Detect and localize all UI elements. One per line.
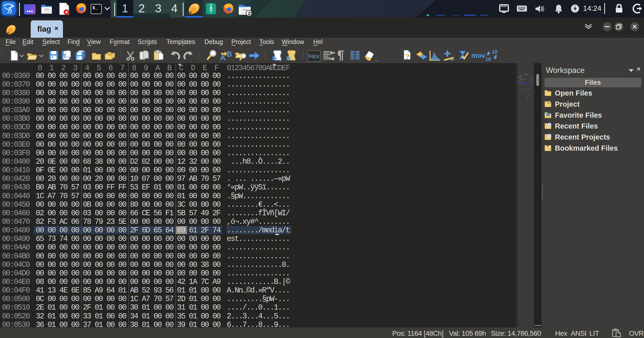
svg-text:B: B [227,50,232,58]
svg-text:2: 2 [248,10,251,16]
svg-text:?: ? [405,52,410,61]
svg-text:16: 16 [485,56,491,61]
svg-text:10: 10 [492,50,497,55]
